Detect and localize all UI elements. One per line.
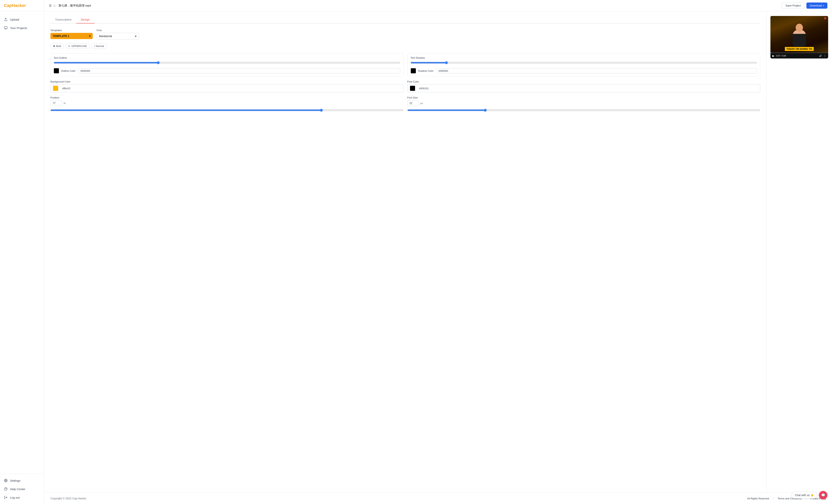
sidebar-bottom: Settings Help Center Log out	[0, 474, 44, 504]
normal-label: Normal	[96, 45, 104, 48]
tab-design[interactable]: Design	[76, 16, 95, 24]
footer-sep-1: |	[773, 497, 774, 500]
video-time: 0:07 / 5:09	[776, 55, 817, 57]
shadow-color-label: Shadow Color	[418, 70, 434, 72]
position-group: Position %	[50, 96, 404, 112]
play-button[interactable]: ▶	[772, 54, 775, 57]
font-color-hex-input[interactable]	[417, 86, 758, 91]
outline-color-input[interactable]	[78, 68, 400, 74]
home-icon[interactable]: ⌂	[53, 4, 55, 7]
position-unit: %	[63, 102, 66, 105]
tabs: Transcription Design	[50, 16, 760, 24]
text-shadow-box: Text Shadow Shadow Color	[407, 53, 760, 76]
shadow-color-input[interactable]	[436, 68, 757, 74]
position-fontsize-row: Position % Font Size px	[50, 96, 760, 112]
save-project-button[interactable]: Save Project	[782, 2, 804, 9]
topbar-actions: Save Project Download ▾	[782, 2, 827, 9]
logout-label: Log out	[10, 496, 20, 499]
style-buttons: B Bold ✏ UPPERCASE I Normal	[50, 43, 760, 49]
breadcrumb: ⌂ › 第七课，慢半拍原理.mp4	[53, 4, 91, 7]
video-container: TODAY I'M GOING TO 🔴 ▶ 0:07 / 5:09	[771, 16, 828, 58]
upload-label: Upload	[10, 18, 19, 21]
template-select[interactable]: TEMPLATE 1 ▾	[50, 33, 93, 39]
logout-icon	[4, 496, 8, 499]
font-size-input-row: px	[407, 100, 760, 106]
font-size-input[interactable]	[407, 100, 419, 106]
text-outline-slider[interactable]	[54, 61, 400, 64]
outline-color-swatch[interactable]	[54, 68, 59, 74]
font-color-swatch[interactable]	[410, 86, 415, 91]
font-size-group: Font Size px	[407, 96, 760, 112]
font-color-group: Font Color	[407, 80, 760, 92]
video-time-total: 5:09	[782, 55, 786, 57]
bg-color-hex-input[interactable]	[60, 86, 401, 91]
svg-rect-0	[4, 27, 7, 29]
bg-color-label: Background Color	[50, 80, 404, 83]
gear-icon	[4, 479, 8, 482]
position-input-row: %	[50, 100, 404, 106]
template-value: TEMPLATE 1	[53, 34, 69, 37]
download-chevron-icon: ▾	[823, 5, 824, 7]
caption-text: TODAY I'M GOING TO	[785, 47, 813, 51]
download-button[interactable]: Download ▾	[806, 2, 827, 9]
bold-button[interactable]: B Bold	[50, 43, 64, 49]
sidebar-item-settings[interactable]: Settings	[0, 476, 44, 485]
italic-icon: I	[94, 45, 95, 48]
svg-point-1	[5, 480, 6, 481]
download-label: Download	[810, 4, 822, 7]
video-progress-fill	[771, 53, 772, 53]
uppercase-icon: ✏	[68, 45, 71, 48]
tab-transcription[interactable]: Transcription	[50, 16, 76, 24]
position-input[interactable]	[50, 100, 62, 106]
preview-panel: TODAY I'M GOING TO 🔴 ▶ 0:07 / 5:09	[766, 11, 832, 493]
file-name: 第七课，慢半拍原理.mp4	[58, 4, 91, 7]
bg-color-group: Background Color	[50, 80, 404, 92]
more-options-icon[interactable]: ⋮	[824, 54, 826, 57]
footer-copyright: Copyright © 2023 Cap Hacker	[50, 497, 86, 500]
sliders-row: Text Outline Outline Color Text Shadow	[50, 53, 760, 76]
video-progress-bar[interactable]	[771, 53, 828, 53]
normal-button[interactable]: I Normal	[92, 43, 107, 49]
chat-icon: 💬	[821, 493, 825, 497]
sidebar-item-logout[interactable]: Log out	[0, 493, 44, 502]
outline-color-label: Outline Color	[61, 70, 76, 72]
position-slider[interactable]	[50, 109, 404, 112]
colors-row: Background Color Font Color	[50, 80, 760, 92]
text-shadow-slider[interactable]	[411, 61, 757, 64]
logo-area: CapHacker	[0, 0, 44, 11]
template-font-row: Templates TEMPLATE 1 ▾ Font Montserrat ▾	[50, 29, 760, 39]
bold-label: Bold	[56, 45, 61, 48]
text-outline-label: Text Outline	[54, 56, 400, 59]
upload-icon	[4, 18, 8, 21]
font-size-unit: px	[420, 102, 423, 105]
font-chevron-icon: ▾	[135, 35, 136, 38]
sidebar-item-projects[interactable]: Your Projects	[0, 24, 44, 32]
font-size-label: Font Size	[407, 96, 760, 99]
chat-button[interactable]: 💬	[819, 491, 827, 499]
logo-cap: Cap	[4, 3, 12, 8]
breadcrumb-separator: ›	[57, 4, 57, 7]
volume-icon[interactable]: 🔊	[819, 54, 822, 57]
bg-color-input-row	[50, 84, 404, 92]
person-silhouette	[792, 29, 806, 47]
video-thumbnail: TODAY I'M GOING TO 🔴	[771, 16, 828, 53]
font-select[interactable]: Montserrat ▾	[97, 33, 139, 39]
sidebar-item-upload[interactable]: Upload	[0, 15, 44, 24]
bold-icon: B	[53, 45, 55, 48]
topbar-left: ☰ ⌂ › 第七课，慢半拍原理.mp4	[49, 4, 91, 7]
uppercase-button[interactable]: ✏ UPPERCASE	[66, 43, 90, 49]
sidebar-nav: Upload Your Projects	[0, 11, 44, 474]
bg-color-swatch[interactable]	[53, 86, 58, 91]
sidebar-item-help[interactable]: Help Center	[0, 485, 44, 493]
shadow-color-swatch[interactable]	[411, 68, 416, 74]
font-size-slider[interactable]	[407, 109, 760, 112]
chat-bubble[interactable]: Chat with us 👋	[791, 492, 817, 498]
font-label: Font	[97, 29, 139, 32]
menu-icon[interactable]: ☰	[49, 4, 52, 7]
position-label: Position	[50, 96, 404, 99]
font-color-input-row	[407, 84, 760, 92]
font-group: Font Montserrat ▾	[97, 29, 139, 39]
main-area: ☰ ⌂ › 第七课，慢半拍原理.mp4 Save Project Downloa…	[44, 0, 832, 504]
footer: Copyright © 2023 Cap Hacker All Rights R…	[44, 493, 832, 504]
text-shadow-label: Text Shadow	[411, 56, 757, 59]
